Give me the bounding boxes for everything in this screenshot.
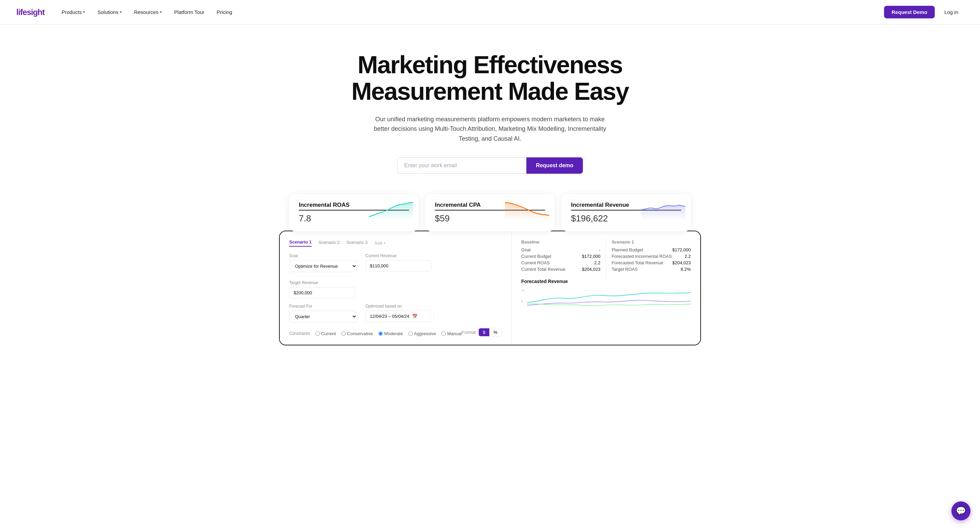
- forecasted-section: Forecasted Revenue 10 8: [521, 279, 691, 316]
- logo[interactable]: lifesight: [16, 8, 45, 17]
- constraint-moderate[interactable]: Moderate: [379, 331, 403, 336]
- target-revenue-label: Target Revenue: [289, 280, 355, 285]
- scenario-title: Scenario 1: [611, 239, 691, 244]
- nav-resources[interactable]: Resources ▾: [129, 6, 167, 18]
- panel-divider: [606, 239, 606, 279]
- chevron-down-icon: ▾: [160, 10, 162, 14]
- current-revenue-label: Current Revenue: [366, 254, 431, 258]
- revenue-chart: [641, 200, 685, 220]
- constraints-label: Constraints: [289, 331, 310, 336]
- forecast-for-select[interactable]: Quarter: [289, 311, 357, 322]
- nav-links: Products ▾ Solutions ▾ Resources ▾ Platf…: [57, 6, 237, 18]
- panel-left: Scenario 1 Scenario 2 Scenario 3 Add + G…: [280, 231, 512, 345]
- forecast-for-label: Forecast For: [289, 304, 357, 309]
- date-range-input[interactable]: 12/04/23 – 05/04/24 📅: [366, 311, 434, 322]
- optimized-based-on-label: Optimized based on: [366, 304, 434, 309]
- email-input[interactable]: [397, 157, 527, 174]
- hero-heading: Marketing Effectiveness Measurement Made…: [310, 52, 670, 105]
- hero-cta-button[interactable]: Request demo: [527, 157, 583, 174]
- metric-roas-card: Incremental ROAS 7.8: [289, 194, 418, 231]
- svg-text:10: 10: [521, 289, 525, 292]
- scenario-row-budget: Planned Budget $172,000: [611, 247, 691, 252]
- navigation: lifesight Products ▾ Solutions ▾ Resourc…: [0, 0, 980, 24]
- chevron-down-icon: ▾: [120, 10, 122, 14]
- forecast-chart: 10 8: [521, 287, 691, 315]
- metrics-row: Incremental ROAS 7.8 Incremental CPA $59: [279, 194, 701, 231]
- cpa-chart: [505, 200, 549, 220]
- format-dollar[interactable]: $: [479, 328, 489, 336]
- dashboard-panel: Scenario 1 Scenario 2 Scenario 3 Add + G…: [279, 231, 701, 345]
- metric-revenue-card: Incremental Revenue $196,622: [562, 194, 691, 231]
- dashboard-preview: Incremental ROAS 7.8 Incremental CPA $59: [269, 194, 711, 345]
- constraints-row: Constraints Current Conservative Moderat…: [289, 331, 462, 336]
- nav-products[interactable]: Products ▾: [57, 6, 90, 18]
- constraint-conservative[interactable]: Conservative: [341, 331, 373, 336]
- constraint-manual[interactable]: Manual: [441, 331, 462, 336]
- nav-solutions[interactable]: Solutions ▾: [92, 6, 127, 18]
- svg-text:8: 8: [521, 300, 523, 303]
- baseline-title: Baseline: [521, 239, 601, 244]
- current-revenue-input[interactable]: [366, 260, 431, 271]
- metric-cpa-card: Incremental CPA $59: [425, 194, 555, 231]
- tab-scenario-3[interactable]: Scenario 3: [347, 240, 368, 246]
- goal-select[interactable]: Optimize for Revenue: [289, 260, 357, 272]
- roas-chart: [369, 200, 413, 220]
- hero-form: Request demo: [310, 157, 670, 174]
- forecasted-revenue-title: Forecasted Revenue: [521, 279, 691, 284]
- baseline-row-roas: Current ROAS 2.2: [521, 260, 601, 265]
- constraint-current[interactable]: Current: [315, 331, 336, 336]
- tab-scenario-1[interactable]: Scenario 1: [289, 239, 312, 247]
- baseline-row-revenue: Current Total Revenue $204,023: [521, 267, 601, 272]
- login-button[interactable]: Log in: [939, 6, 964, 18]
- add-scenario-button[interactable]: Add +: [374, 241, 386, 246]
- baseline-row-goal: Goal -: [521, 247, 601, 252]
- scenario-row-roas: Forecasted Incremental ROAS 2.2: [611, 254, 691, 259]
- constraint-aggressive[interactable]: Aggressive: [408, 331, 436, 336]
- chevron-down-icon: ▾: [83, 10, 85, 14]
- scenario-row-target-roas: Target ROAS 8.2%: [611, 267, 691, 272]
- request-demo-button[interactable]: Request Demo: [884, 6, 935, 18]
- hero-subheading: Our unified marketing measurements platf…: [371, 115, 609, 144]
- format-row: Format $ %: [462, 328, 502, 337]
- target-revenue-input[interactable]: [289, 287, 355, 299]
- format-percent[interactable]: %: [489, 328, 501, 336]
- scenario-row-revenue: Forecasted Total Revenue $204,023: [611, 260, 691, 265]
- calendar-icon: 📅: [412, 314, 417, 319]
- nav-pricing[interactable]: Pricing: [212, 6, 237, 18]
- nav-platform-tour[interactable]: Platform Tour: [169, 6, 209, 18]
- goal-label: Goal: [289, 254, 357, 258]
- panel-right: Baseline Goal - Current Budget $172,000 …: [512, 231, 700, 345]
- scenario-tabs: Scenario 1 Scenario 2 Scenario 3 Add +: [289, 239, 502, 247]
- baseline-row-budget: Current Budget $172,000: [521, 254, 601, 259]
- tab-scenario-2[interactable]: Scenario 2: [318, 240, 340, 246]
- format-toggle: $ %: [479, 328, 502, 337]
- hero-section: Marketing Effectiveness Measurement Made…: [303, 24, 677, 194]
